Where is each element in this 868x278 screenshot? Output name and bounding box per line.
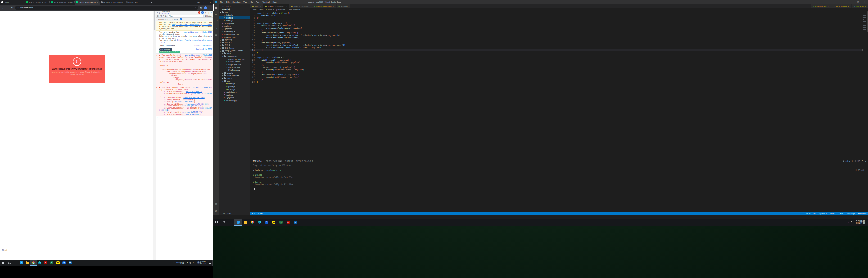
taskbar-icon-outlook[interactable]: M xyxy=(67,260,73,266)
code-line[interactable]: 23 remove({ commit }, payload) { xyxy=(250,66,863,69)
editor-tab[interactable]: JSposts.js...\front\store xyxy=(289,4,311,8)
close-icon[interactable]: × xyxy=(861,0,868,4)
console-entry[interactable]: ⊗vue.runtime.esm.js?2b0e:619▶[Vue warn]:… xyxy=(156,54,213,86)
explorer-item[interactable]: ▸틱택토 xyxy=(219,44,250,47)
code-line[interactable]: 17} xyxy=(250,51,863,54)
explorer-item[interactable]: ▾components xyxy=(219,55,250,58)
explorer-item[interactable]: VFollowList.vue xyxy=(219,60,250,63)
minimize-icon[interactable]: — xyxy=(848,0,855,4)
explorer-item[interactable]: npackage.json xyxy=(219,36,250,38)
code-line[interactable]: 7 state.mainPosts.unshift(payload) xyxy=(250,27,863,29)
code-line[interactable]: 15 state.mainPosts[index].Comments.unshi… xyxy=(250,47,863,49)
bookmark-star-icon[interactable]: ☆ xyxy=(194,7,196,9)
explorer-item[interactable]: ▸지뢰찾기 xyxy=(219,41,250,44)
menu-help[interactable]: Help xyxy=(271,1,278,3)
explorer-item[interactable]: E.eslintrc xyxy=(219,25,250,27)
explorer-item[interactable]: ▸틱택토vuex xyxy=(219,47,250,49)
browser-tab[interactable]: Google xyxy=(0,0,25,4)
code-line[interactable]: 3}) xyxy=(250,17,863,19)
explorer-item[interactable]: ◆.gitignore xyxy=(219,96,250,99)
explorer-item[interactable]: JSindex.js xyxy=(219,14,250,17)
taskbar-icon-explorer[interactable] xyxy=(24,260,30,266)
breadcrumb-item[interactable]: store xyxy=(259,9,263,10)
browser-tab[interactable]: Cannot read property 'Comm× xyxy=(74,0,99,4)
tray-icon[interactable]: ∧ xyxy=(187,262,188,264)
explorer-item[interactable]: npackage-lock.json xyxy=(219,33,250,36)
taskbar-icon-acrobat[interactable]: A xyxy=(284,219,291,225)
browser-tab[interactable]: Vue로 Nodebird SNS 만들기 xyxy=(50,0,74,4)
console-source-link[interactable]: client.js?1b93:95 xyxy=(194,45,212,47)
breadcrumb-item[interactable]: ◇ addComment xyxy=(287,9,300,10)
tray-icon[interactable]: 가 xyxy=(193,261,194,264)
code-line[interactable]: 5export const mutations = { xyxy=(250,22,863,24)
code-line[interactable]: 1export const state = () => ({ xyxy=(250,12,863,14)
taskbar-icon-outlook[interactable]: M xyxy=(291,219,299,225)
menu-run[interactable]: Run xyxy=(255,1,261,3)
explorer-view-icon[interactable]: ▤ xyxy=(213,4,219,11)
taskbar-icon-taskview[interactable] xyxy=(227,219,235,225)
taskbar-icon-hancom[interactable]: 한 xyxy=(61,260,67,266)
code-line[interactable]: 27 commit('addComment', payload) xyxy=(250,76,863,79)
code-line[interactable]: 28 } xyxy=(250,79,863,81)
settings-gear-icon[interactable]: ⚙ xyxy=(213,207,219,214)
new-terminal-icon[interactable]: + xyxy=(852,160,853,162)
explorer-item[interactable]: ▲nuxt.config.js xyxy=(219,30,250,33)
taskbar-icon-explorer[interactable] xyxy=(242,219,249,225)
explorer-item[interactable]: VPostCard.vue xyxy=(219,66,250,69)
maximize-icon[interactable]: ▢ xyxy=(202,0,207,4)
console-entry[interactable]: vue.runtime.esm.js?2b0e:8494You are runn… xyxy=(156,31,213,44)
code-line[interactable]: 18 xyxy=(250,54,863,56)
forward-icon[interactable]: → xyxy=(6,6,9,9)
reload-icon[interactable]: ↻ xyxy=(10,6,14,9)
tab-close-icon[interactable]: × xyxy=(97,1,98,3)
explorer-item[interactable]: VLoginForm.vue xyxy=(219,63,250,66)
tray-icon[interactable]: 한 xyxy=(189,261,191,264)
inspect-icon[interactable]: ⌖ xyxy=(157,11,158,14)
code-line[interactable]: 8 }, xyxy=(250,29,863,32)
browser-tab[interactable]: webmail.xreality.kr/user/mail/in xyxy=(99,0,124,4)
code-line[interactable]: 16 } xyxy=(250,49,863,51)
profile-avatar[interactable] xyxy=(204,6,207,9)
issues-counter[interactable]: 1 Issue: xyxy=(172,19,179,20)
address-bar[interactable]: ⓘ localhost:3000 ☆ xyxy=(15,5,198,10)
taskbar-icon-chrome[interactable] xyxy=(249,219,256,225)
code-line[interactable]: 12 }, xyxy=(250,39,863,41)
console-prompt[interactable]: › xyxy=(156,116,213,120)
menu-selection[interactable]: Selection xyxy=(231,1,242,3)
account-icon[interactable]: ⊙ xyxy=(213,200,219,207)
devtools-tab-console[interactable]: Console xyxy=(161,12,171,14)
run-debug-icon[interactable]: ▷ xyxy=(213,25,219,32)
explorer-item[interactable]: ▸node_modules xyxy=(219,74,250,77)
console-source-link[interactable]: client.js?06a0:103 xyxy=(193,87,212,89)
taskbar-icon-start[interactable] xyxy=(0,260,6,266)
code-line[interactable]: 14 const index = state.mainPosts.findInd… xyxy=(250,44,863,47)
editor-tab[interactable]: VPostForm.vue9+ xyxy=(811,4,831,8)
shell-selector[interactable]: ⊞ node ▾ xyxy=(843,160,850,162)
maximize-panel-icon[interactable]: ⌃ xyxy=(862,160,863,162)
outline-section[interactable]: ▸OUTLINE xyxy=(219,212,250,215)
console-source-link[interactable]: backend.js:2237 xyxy=(196,49,212,51)
devtools-close-icon[interactable]: × xyxy=(211,11,212,14)
explorer-item[interactable]: JSposts.js xyxy=(219,85,250,88)
taskbar-clock[interactable]: 오전 11:32 2021-07-30 xyxy=(854,220,867,224)
maximize-icon[interactable]: ▢ xyxy=(855,0,861,4)
code-line[interactable]: 10 const index = state.mainPosts.findInd… xyxy=(250,34,863,36)
minimap[interactable] xyxy=(863,12,866,31)
split-terminal-icon[interactable]: ⊟ xyxy=(855,160,856,162)
explorer-item[interactable]: VPostForm.vue xyxy=(219,69,250,71)
explorer-item[interactable]: ▾vue중급 › ch1 › front2 xyxy=(219,50,250,52)
devtools-menu-icon[interactable]: ⋮ xyxy=(208,11,210,14)
taskbar-icon-chrome[interactable] xyxy=(30,260,36,266)
code-line[interactable]: 19export const actions = { xyxy=(250,56,863,59)
taskbar-icon-search[interactable] xyxy=(6,260,12,266)
action-center-icon[interactable] xyxy=(209,262,211,264)
taskbar-icon-vscode[interactable]: V xyxy=(18,260,24,266)
search-view-icon[interactable]: ⚲ xyxy=(213,11,219,18)
explorer-item[interactable]: JSindex.js xyxy=(219,83,250,85)
taskbar-icon-kakao[interactable] xyxy=(270,219,277,225)
taskbar-icon-excel[interactable]: X xyxy=(277,219,284,225)
nuxt-error-overlay[interactable]: ! Cannot read property 'Comments' of und… xyxy=(49,55,105,83)
editor-tab[interactable]: JSindex.js xyxy=(250,4,263,8)
editor-tab[interactable]: Vindex.vue6 xyxy=(851,4,868,8)
taskbar-icon-excel[interactable]: X xyxy=(49,260,55,266)
